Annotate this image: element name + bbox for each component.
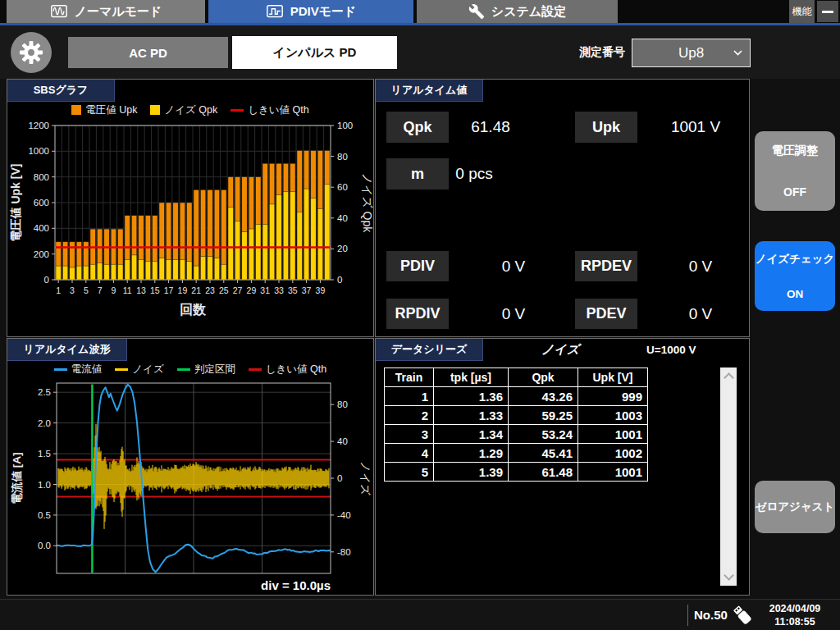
upk-value: 1001 V xyxy=(646,112,745,143)
table-cell: 1001 xyxy=(578,425,648,444)
tab-normal-mode[interactable]: ノーマルモード xyxy=(7,0,205,23)
voltage-adjust-state: OFF xyxy=(783,185,806,199)
legend-label: ノイズ Qpk xyxy=(164,103,217,117)
table-cell: 1.39 xyxy=(434,463,509,482)
rpdiv-value: 0 V xyxy=(472,299,555,329)
svg-text:ノイズ: ノイズ xyxy=(359,461,372,495)
svg-text:2.0: 2.0 xyxy=(38,418,51,428)
table-cell: 3 xyxy=(385,425,434,444)
svg-text:25: 25 xyxy=(219,285,229,295)
function-button[interactable]: 機能 xyxy=(789,0,815,23)
impulse-pd-button[interactable]: インパルス PD xyxy=(232,36,397,69)
svg-text:23: 23 xyxy=(205,285,215,295)
tab-system-settings[interactable]: システム設定 xyxy=(417,0,618,23)
svg-text:15: 15 xyxy=(150,285,160,295)
settings-gear-button[interactable] xyxy=(11,32,52,73)
tab-pdiv-mode[interactable]: PDIVモード xyxy=(208,0,413,23)
svg-text:17: 17 xyxy=(164,285,174,295)
svg-text:1.0: 1.0 xyxy=(38,480,51,490)
svg-text:回数: 回数 xyxy=(180,303,207,317)
sine-wave-icon xyxy=(50,2,68,21)
voltage-adjust-button[interactable]: 電圧調整 OFF xyxy=(755,131,835,211)
svg-text:0.5: 0.5 xyxy=(38,510,51,520)
ac-pd-button[interactable]: AC PD xyxy=(68,37,228,68)
table-cell: 43.26 xyxy=(509,387,578,406)
sbs-bar-chart: 0200400600800100012000204060801001357911… xyxy=(7,121,373,335)
svg-text:電流値 [A]: 電流値 [A] xyxy=(11,453,23,504)
svg-text:27: 27 xyxy=(233,285,243,295)
svg-text:39: 39 xyxy=(316,285,326,295)
table-cell: 1.34 xyxy=(434,425,509,444)
table-row[interactable]: 21.3359.251003 xyxy=(385,406,648,425)
table-scrollbar[interactable] xyxy=(720,368,737,586)
table-cell: 45.41 xyxy=(509,444,578,463)
realtime-panel-title: リアルタイム値 xyxy=(376,80,483,102)
sbs-panel-title: SBSグラフ xyxy=(7,80,115,102)
pdev-label: PDEV xyxy=(575,299,637,329)
table-cell: 2 xyxy=(385,406,434,425)
legend-swatch xyxy=(115,368,128,371)
scroll-up-icon[interactable] xyxy=(724,372,734,383)
qpk-value: 61.48 xyxy=(445,112,536,143)
noise-check-state: ON xyxy=(787,288,803,300)
table-cell: 1.29 xyxy=(434,444,509,463)
svg-text:0.0: 0.0 xyxy=(38,541,51,550)
svg-text:29: 29 xyxy=(247,285,257,295)
svg-text:1.5: 1.5 xyxy=(38,449,51,459)
voltage-adjust-label: 電圧調整 xyxy=(772,144,818,158)
svg-text:33: 33 xyxy=(274,285,284,295)
pdiv-value: 0 V xyxy=(472,251,555,281)
legend-swatch xyxy=(54,368,67,371)
svg-text:-80: -80 xyxy=(337,547,351,557)
table-body: 11.3643.2699921.3359.25100331.3453.24100… xyxy=(385,387,648,482)
legend-swatch xyxy=(71,105,81,115)
svg-text:19: 19 xyxy=(178,285,188,295)
legend-label: 電圧値 Upk xyxy=(85,103,137,117)
noise-check-button[interactable]: ノイズチェック ON xyxy=(755,241,835,311)
realtime-waveform-panel: リアルタイム波形 電流値ノイズ判定区間しきい値 Qth 0.00.51.01.5… xyxy=(7,338,374,596)
table-cell: 61.48 xyxy=(509,463,578,482)
legend-item: 電流値 xyxy=(54,363,103,377)
table-cell: 59.25 xyxy=(509,406,578,425)
svg-text:31: 31 xyxy=(260,285,270,295)
rpdev-value: 0 V xyxy=(660,251,742,281)
scroll-down-icon[interactable] xyxy=(724,570,734,581)
svg-text:80: 80 xyxy=(337,152,348,162)
measurement-count: No.50 xyxy=(694,600,728,630)
table-cell: 4 xyxy=(385,444,434,463)
svg-text:800: 800 xyxy=(34,172,49,182)
legend-item: ノイズ xyxy=(115,363,163,377)
zero-adjust-label: ゼロアジャスト xyxy=(756,500,835,514)
measurement-no-dropdown[interactable]: Up8 xyxy=(632,39,751,67)
test-voltage-label: U=1000 V xyxy=(646,344,696,356)
rpdev-label: RPDEV xyxy=(575,251,637,281)
waveform-chart: 0.00.51.01.52.02.5-80-4004080電流値 [A]ノイズ xyxy=(7,378,373,596)
data-series-panel: データシリーズ ノイズ U=1000 V Traintpk [µs]QpkUpk… xyxy=(375,338,750,596)
svg-text:-40: -40 xyxy=(337,510,351,520)
sbs-legend: 電圧値 Upkノイズ Qpkしきい値 Qth xyxy=(7,102,373,118)
svg-text:200: 200 xyxy=(34,249,49,259)
svg-text:2.5: 2.5 xyxy=(38,387,51,397)
svg-text:80: 80 xyxy=(337,399,348,409)
table-cell: 999 xyxy=(578,387,648,406)
legend-swatch xyxy=(249,368,262,371)
usb-drive-icon xyxy=(733,602,756,628)
table-row[interactable]: 31.3453.241001 xyxy=(385,425,648,444)
column-header: Qpk xyxy=(509,368,578,387)
pdev-value: 0 V xyxy=(660,299,742,329)
svg-text:3: 3 xyxy=(70,285,75,295)
zero-adjust-button[interactable]: ゼロアジャスト xyxy=(755,481,835,533)
table-row[interactable]: 51.3961.481001 xyxy=(385,463,648,482)
upk-label: Upk xyxy=(575,112,637,143)
table-cell: 1.36 xyxy=(434,387,509,406)
table-header-row: Traintpk [µs]QpkUpk [V] xyxy=(385,368,648,387)
mode-tab-bar: ノーマルモード PDIVモード システム設定 機能 xyxy=(0,0,840,23)
time-div-label: div = 10.0µs xyxy=(261,578,331,592)
minimize-button[interactable] xyxy=(817,1,838,22)
data-series-table: Traintpk [µs]QpkUpk [V] 11.3643.2699921.… xyxy=(384,368,648,482)
datetime-display: 2024/04/09 11:08:55 xyxy=(753,602,837,628)
waveform-panel-title: リアルタイム波形 xyxy=(7,339,127,361)
table-row[interactable]: 11.3643.26999 xyxy=(385,387,648,406)
svg-text:35: 35 xyxy=(288,285,298,295)
table-row[interactable]: 41.2945.411002 xyxy=(385,444,648,463)
